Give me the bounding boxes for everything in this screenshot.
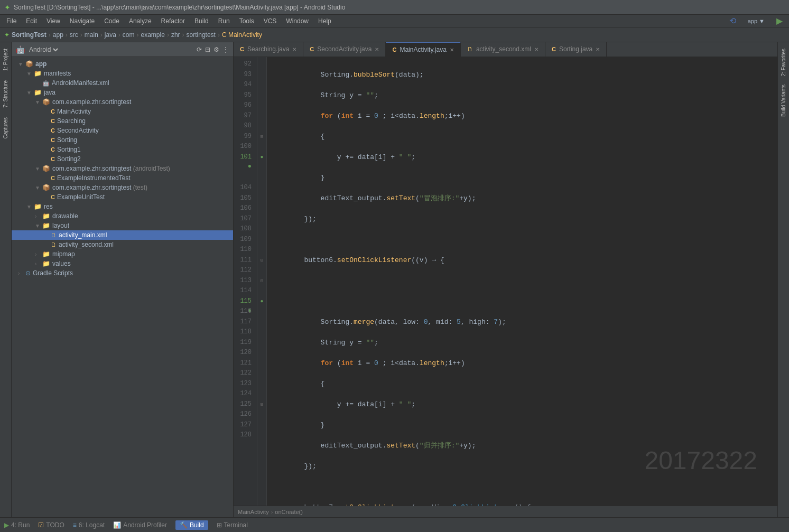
tree-activity-second[interactable]: 🗋 activity_second.xml — [12, 240, 233, 249]
menu-file[interactable]: File — [2, 16, 21, 26]
gutter-113[interactable]: ⊟ — [261, 276, 263, 286]
toggle-gradle[interactable]: › — [18, 270, 23, 276]
tab-close-searching[interactable]: ✕ — [292, 46, 296, 52]
tab-activity-second-xml[interactable]: 🗋 activity_second.xml ✕ — [461, 42, 545, 57]
bc-zhr[interactable]: zhr — [171, 31, 180, 39]
bc-main[interactable]: main — [85, 31, 98, 39]
toggle-pkg3[interactable]: ▼ — [35, 185, 40, 191]
tree-sorting1[interactable]: C Sorting1 — [12, 145, 233, 154]
logcat-status[interactable]: ≡ 6: Logcat — [73, 521, 105, 529]
tree-searching[interactable]: C Searching — [12, 116, 233, 126]
settings-icon[interactable]: ⚙ — [214, 46, 219, 53]
tab-secondactivity[interactable]: C SecondActivity.java ✕ — [303, 42, 386, 57]
tree-sorting2[interactable]: C Sorting2 — [12, 154, 233, 164]
gutter-125[interactable]: ⊟ — [261, 399, 263, 410]
bc-example[interactable]: example — [141, 31, 165, 39]
menu-analyze[interactable]: Analyze — [125, 16, 156, 26]
project-view-dropdown[interactable]: Android — [27, 45, 60, 54]
tree-values[interactable]: › 📁 values — [12, 259, 233, 268]
build-status[interactable]: 🔨 Build — [175, 520, 208, 530]
menu-build[interactable]: Build — [190, 16, 213, 26]
breakpoint-115[interactable]: ● — [260, 298, 263, 304]
tree-pkg1[interactable]: ▼ 📦 com.example.zhr.sortingtest — [12, 97, 233, 107]
menu-window[interactable]: Window — [282, 16, 313, 26]
tree-instrtest[interactable]: C ExampleInstrumentedTest — [12, 173, 233, 183]
toggle-layout[interactable]: ▼ — [35, 223, 40, 229]
tree-mainactivity[interactable]: C MainActivity — [12, 107, 233, 116]
tab-searching[interactable]: C Searching.java ✕ — [234, 42, 303, 57]
tab-project[interactable]: 1: Project — [2, 44, 10, 75]
tree-app[interactable]: ▼ 📦 app — [12, 59, 233, 69]
gutter-101[interactable]: ● — [260, 152, 263, 163]
toggle-pkg1[interactable]: ▼ — [35, 99, 40, 105]
todo-status[interactable]: ☑ TODO — [38, 521, 64, 529]
fold-icon-125[interactable]: ⊟ — [261, 402, 263, 407]
bc-app[interactable]: app — [53, 31, 63, 39]
gutter-115[interactable]: ● — [260, 296, 263, 307]
toggle-values[interactable]: › — [35, 261, 40, 267]
toggle-manifests[interactable]: ▼ — [26, 71, 32, 77]
tab-close-xml[interactable]: ✕ — [534, 46, 539, 52]
tab-structure[interactable]: 7: Structure — [2, 76, 10, 112]
collapse-icon[interactable]: ⊟ — [205, 46, 210, 53]
tab-captures[interactable]: Captures — [2, 113, 10, 143]
menu-navigate[interactable]: Navigate — [66, 16, 99, 26]
toolbar-run-config[interactable]: app ▼ — [744, 17, 769, 25]
tree-androidmanifest[interactable]: 🤖 AndroidManifest.xml — [12, 78, 233, 88]
more-icon[interactable]: ⋮ — [222, 46, 229, 53]
tree-gradle[interactable]: › ⊙ Gradle Scripts — [12, 268, 233, 278]
tab-favorites[interactable]: 2: Favorites — [779, 44, 787, 80]
menu-edit[interactable]: Edit — [22, 16, 41, 26]
menu-tools[interactable]: Tools — [235, 16, 258, 26]
menu-refactor[interactable]: Refactor — [157, 16, 189, 26]
run-status[interactable]: ▶ 4: Run — [4, 521, 30, 529]
toggle-app[interactable]: ▼ — [18, 61, 23, 67]
bc-oncreate[interactable]: onCreate() — [275, 509, 303, 515]
sync-project-icon[interactable]: ⟳ — [197, 46, 202, 53]
bc-sortingtest2[interactable]: sortingtest — [187, 31, 216, 39]
menu-vcs[interactable]: VCS — [259, 16, 281, 26]
toggle-drawable[interactable]: › — [35, 213, 40, 219]
terminal-status[interactable]: ⊞ Terminal — [217, 521, 248, 529]
gutter-99[interactable]: ⊟ — [261, 132, 263, 142]
tree-unittest[interactable]: C ExampleUnitTest — [12, 192, 233, 202]
tab-build-variants[interactable]: Build Variants — [779, 80, 787, 121]
tree-secondactivity[interactable]: C SecondActivity — [12, 126, 233, 135]
tree-manifests[interactable]: ▼ 📁 manifests — [12, 69, 233, 78]
toggle-pkg2[interactable]: ▼ — [35, 166, 40, 172]
bc-sortingtest[interactable]: SortingTest — [12, 31, 47, 39]
fold-icon-111[interactable]: ⊟ — [261, 257, 263, 263]
tree-sorting[interactable]: C Sorting — [12, 135, 233, 145]
tree-pkg3[interactable]: ▼ 📦 com.example.zhr.sortingtest (test) — [12, 183, 233, 192]
bc-mainactivity-bottom[interactable]: MainActivity — [238, 509, 269, 515]
tree-drawable[interactable]: › 📁 drawable — [12, 211, 233, 221]
sync-icon[interactable]: ⟲ — [725, 15, 740, 27]
profiler-status[interactable]: 📊 Android Profiler — [113, 521, 167, 529]
menu-run[interactable]: Run — [214, 16, 234, 26]
bc-java[interactable]: java — [105, 31, 116, 39]
fold-icon-99[interactable]: ⊟ — [261, 134, 263, 139]
breakpoint-101[interactable]: ● — [260, 154, 263, 160]
bc-com[interactable]: com — [123, 31, 135, 39]
fold-icon-113[interactable]: ⊟ — [261, 278, 263, 284]
toggle-res[interactable]: ▼ — [26, 204, 32, 210]
tree-java[interactable]: ▼ 📁 java — [12, 88, 233, 97]
bc-mainactivity[interactable]: C MainActivity — [222, 31, 262, 39]
tree-mipmap[interactable]: › 📁 mipmap — [12, 249, 233, 259]
bc-src[interactable]: src — [70, 31, 78, 39]
menu-help[interactable]: Help — [314, 16, 336, 26]
tab-close-main[interactable]: ✕ — [450, 47, 454, 53]
tab-close-second[interactable]: ✕ — [375, 46, 379, 52]
tab-sorting[interactable]: C Sorting.java ✕ — [545, 42, 607, 57]
tree-pkg2[interactable]: ▼ 📦 com.example.zhr.sortingtest (android… — [12, 164, 233, 173]
menu-code[interactable]: Code — [100, 16, 124, 26]
run-button[interactable]: ▶ — [772, 15, 787, 27]
menu-view[interactable]: View — [42, 16, 64, 26]
tab-mainactivity[interactable]: C MainActivity.java ✕ — [386, 42, 460, 57]
tree-layout[interactable]: ▼ 📁 layout — [12, 221, 233, 230]
tree-activity-main[interactable]: 🗋 activity_main.xml — [12, 230, 233, 240]
code-content[interactable]: Sorting.bubbleSort(data); String y = "";… — [267, 57, 777, 506]
gutter-111[interactable]: ⊟ — [261, 255, 263, 266]
tree-res[interactable]: ▼ 📁 res — [12, 202, 233, 211]
toggle-java[interactable]: ▼ — [26, 90, 32, 96]
